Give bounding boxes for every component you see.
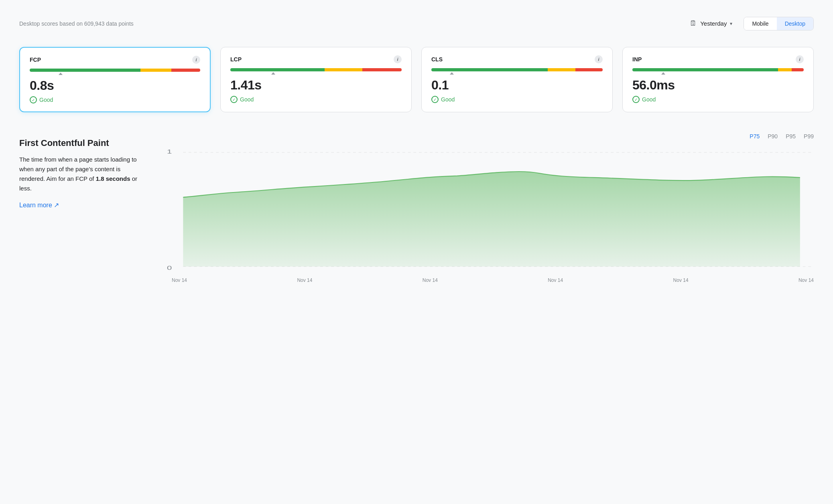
chart-container: P75 P90 P95 P99 1 0 <box>156 132 814 283</box>
chart-section: First Contentful Paint The time from whe… <box>19 132 814 283</box>
fcp-check-icon: ✓ <box>30 96 37 103</box>
fcp-label: FCP <box>30 57 41 63</box>
chart-area-fill <box>183 172 800 267</box>
fcp-gauge <box>30 69 200 72</box>
cls-card-header: CLS i <box>431 55 603 63</box>
date-label: Yesterday <box>700 20 727 27</box>
fcp-value: 0.8s <box>30 78 200 93</box>
inp-label: INP <box>632 56 642 63</box>
x-label-1: Nov 14 <box>172 277 187 283</box>
inp-gauge <box>632 68 804 71</box>
page-header: Desktop scores based on 609,943 data poi… <box>19 16 814 31</box>
learn-more-link[interactable]: Learn more ↗ <box>19 201 140 209</box>
svg-text:0: 0 <box>167 265 172 271</box>
cls-label: CLS <box>431 56 443 63</box>
metric-cards-grid: FCP i 0.8s ✓ Good LCP i <box>19 47 814 112</box>
x-label-2: Nov 14 <box>297 277 312 283</box>
cls-status-label: Good <box>441 96 455 103</box>
inp-info-icon[interactable]: i <box>796 55 804 63</box>
device-toggle: Mobile Desktop <box>744 17 814 30</box>
mobile-button[interactable]: Mobile <box>744 17 776 30</box>
lcp-gauge <box>230 68 402 71</box>
header-controls: 🗓 Yesterday ▾ Mobile Desktop <box>685 16 814 31</box>
learn-more-label: Learn more <box>19 202 52 209</box>
inp-check-icon: ✓ <box>632 96 640 103</box>
data-points-label: Desktop scores based on 609,943 data poi… <box>19 20 134 27</box>
desktop-button[interactable]: Desktop <box>777 17 813 30</box>
x-label-3: Nov 14 <box>423 277 438 283</box>
x-label-6: Nov 14 <box>798 277 814 283</box>
cls-value: 0.1 <box>431 78 603 93</box>
cls-check-icon: ✓ <box>431 96 439 103</box>
percentile-tabs: P75 P90 P95 P99 <box>156 132 814 141</box>
fcp-card-header: FCP i <box>30 56 200 64</box>
inp-status-label: Good <box>642 96 656 103</box>
fcp-status-label: Good <box>39 97 53 103</box>
lcp-card-header: LCP i <box>230 55 402 63</box>
fcp-status: ✓ Good <box>30 96 200 103</box>
cls-info-icon[interactable]: i <box>595 55 603 63</box>
lcp-info-icon[interactable]: i <box>394 55 402 63</box>
metric-card-fcp[interactable]: FCP i 0.8s ✓ Good <box>19 47 211 112</box>
lcp-status-label: Good <box>240 96 254 103</box>
x-label-5: Nov 14 <box>673 277 689 283</box>
calendar-icon: 🗓 <box>690 19 697 28</box>
tab-p75[interactable]: P75 <box>750 132 760 141</box>
metric-card-cls[interactable]: CLS i 0.1 ✓ Good <box>421 47 613 112</box>
date-picker[interactable]: 🗓 Yesterday ▾ <box>685 16 737 31</box>
chart-svg: 1 0 <box>156 146 814 274</box>
fcp-chart: 1 0 <box>156 146 814 274</box>
x-axis-labels: Nov 14 Nov 14 Nov 14 Nov 14 Nov 14 Nov 1… <box>156 274 814 283</box>
tab-p95[interactable]: P95 <box>786 132 796 141</box>
cls-gauge <box>431 68 603 71</box>
lcp-label: LCP <box>230 56 242 63</box>
svg-text:1: 1 <box>167 148 172 155</box>
inp-status: ✓ Good <box>632 96 804 103</box>
metric-card-inp[interactable]: INP i 56.0ms ✓ Good <box>622 47 814 112</box>
inp-value: 56.0ms <box>632 78 804 93</box>
learn-more-arrow: ↗ <box>54 201 59 209</box>
tab-p99[interactable]: P99 <box>804 132 814 141</box>
tab-p90[interactable]: P90 <box>768 132 778 141</box>
chart-description: First Contentful Paint The time from whe… <box>19 132 140 209</box>
lcp-status: ✓ Good <box>230 96 402 103</box>
metric-card-lcp[interactable]: LCP i 1.41s ✓ Good <box>220 47 412 112</box>
inp-card-header: INP i <box>632 55 804 63</box>
fcp-info-icon[interactable]: i <box>192 56 200 64</box>
lcp-check-icon: ✓ <box>230 96 238 103</box>
chevron-down-icon: ▾ <box>730 21 732 26</box>
x-label-4: Nov 14 <box>548 277 563 283</box>
lcp-value: 1.41s <box>230 78 402 93</box>
chart-title: First Contentful Paint <box>19 138 140 148</box>
cls-status: ✓ Good <box>431 96 603 103</box>
chart-body-text: The time from when a page starts loading… <box>19 155 140 193</box>
